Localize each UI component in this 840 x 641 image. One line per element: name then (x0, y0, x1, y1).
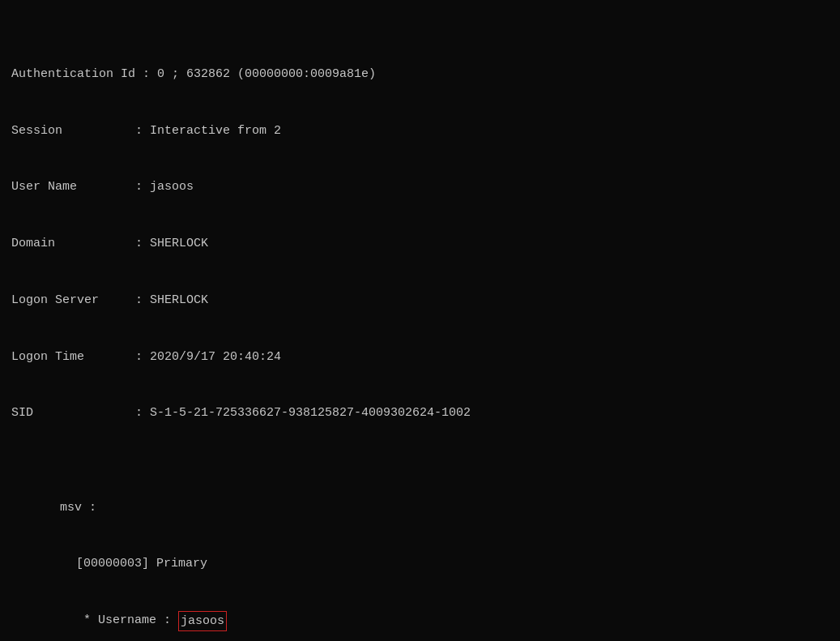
msv-username-label: * Username (76, 611, 156, 631)
domain-top-value: SHERLOCK (150, 234, 208, 253)
logon-time-sep: : (128, 348, 150, 366)
msv-username-line: * Username : jasoos (11, 611, 829, 631)
username-top-line: User Name : jasoos (11, 177, 829, 196)
session-value: Interactive from 2 (150, 122, 281, 140)
msv-header-line: msv : (11, 498, 829, 517)
session-sep: : (128, 122, 150, 140)
username-top-value: jasoos (150, 177, 194, 196)
auth-id-sep: : (135, 65, 157, 83)
sid-sep: : (128, 404, 150, 422)
msv-username-value: jasoos (178, 611, 227, 631)
auth-id-label: Authentication Id (11, 65, 135, 83)
domain-top-label: Domain (11, 234, 128, 253)
auth-id-value: 0 ; 632862 (00000000:0009a81e) (157, 65, 376, 83)
sid-line: SID : S-1-5-21-725336627-938125827-40093… (11, 404, 829, 422)
logon-server-sep: : (128, 291, 150, 310)
username-top-label: User Name (11, 177, 128, 196)
sid-value: S-1-5-21-725336627-938125827-4009302624-… (150, 404, 471, 422)
msv-subheader: [00000003] Primary (76, 554, 207, 573)
logon-server-value: SHERLOCK (150, 291, 208, 310)
session-label: Session (11, 122, 128, 140)
domain-top-sep: : (128, 234, 150, 253)
session-line: Session : Interactive from 2 (11, 122, 829, 140)
auth-id-line: Authentication Id : 0 ; 632862 (00000000… (11, 65, 829, 83)
msv-header: msv : (60, 498, 96, 517)
logon-server-line: Logon Server : SHERLOCK (11, 291, 829, 310)
msv-username-sep: : (156, 611, 178, 631)
logon-server-label: Logon Server (11, 291, 128, 310)
sid-label: SID (11, 404, 128, 422)
username-top-sep: : (128, 177, 150, 196)
msv-subheader-line: [00000003] Primary (11, 554, 829, 573)
logon-time-value: 2020/9/17 20:40:24 (150, 348, 281, 366)
logon-time-line: Logon Time : 2020/9/17 20:40:24 (11, 348, 829, 366)
domain-top-line: Domain : SHERLOCK (11, 234, 829, 253)
terminal-output: Authentication Id : 0 ; 632862 (00000000… (11, 8, 829, 641)
logon-time-label: Logon Time (11, 348, 128, 366)
